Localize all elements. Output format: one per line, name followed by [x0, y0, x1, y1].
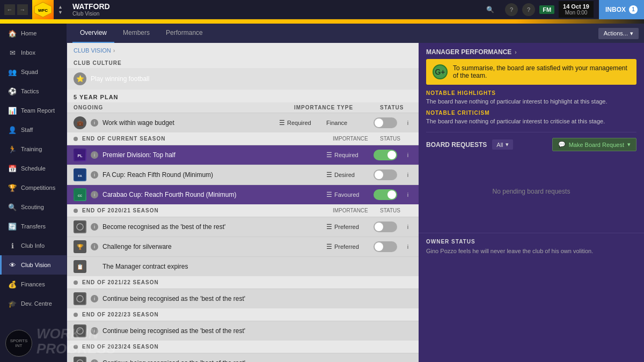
pl-importance: ☰ Required [326, 151, 369, 159]
ongoing-status-toggle[interactable] [374, 117, 397, 128]
global-search[interactable]: 🔍 [481, 6, 500, 13]
toggle-info-icon[interactable]: i [404, 119, 412, 127]
fm-badge: FM [539, 5, 554, 14]
actions-button[interactable]: Actions... ▾ [598, 28, 639, 39]
owner-status-title: OWNER STATUS [426, 239, 636, 245]
silverware-label: Challenge for silverware [103, 243, 322, 250]
pl-toggle-info[interactable]: i [404, 151, 412, 159]
top-bar-right: ? ? FM 14 Oct 19 Mon 0:00 [500, 1, 599, 18]
sidebar-item-dev-centre[interactable]: 🎓 Dev. Centre [0, 294, 67, 313]
fa-row: FA i FA Cup: Reach Fifth Round (Minimum)… [67, 165, 419, 184]
sidebar-label-dev-centre: Dev. Centre [21, 300, 52, 307]
sidebar-item-home[interactable]: 🏠 Home [0, 24, 67, 43]
five-year-plan-label: 5 YEAR PLAN [67, 90, 419, 102]
filter-chevron-icon: ▾ [506, 141, 509, 148]
filter-all-button[interactable]: All ▾ [492, 139, 513, 150]
best-knob-1 [375, 223, 383, 231]
home-icon: 🏠 [8, 29, 17, 38]
2223-info-icon[interactable]: i [91, 327, 98, 335]
pl-info-icon[interactable]: i [91, 151, 98, 159]
club-nav-arrows[interactable]: ▲ ▼ [54, 4, 67, 15]
contract-row: 📋 The Manager contract expires [67, 256, 419, 276]
2223-badge [74, 324, 86, 337]
silverware-row: 🏆 i Challenge for silverware ☰ Preferred… [67, 237, 419, 256]
fa-info-icon[interactable]: i [91, 171, 98, 179]
inbox-count: 1 [629, 5, 638, 14]
breadcrumb-link[interactable]: CLUB VISION [74, 47, 111, 54]
current-season-divider: END OF CURRENT SEASON IMPORTANCE STATUS [67, 132, 419, 145]
silverware-info-icon[interactable]: i [91, 243, 98, 250]
fa-importance: ☰ Desired [326, 171, 369, 179]
best-info-icon-1[interactable]: i [404, 223, 412, 231]
best-importance-1: ☰ Preferred [326, 223, 369, 231]
silverware-toggle[interactable] [374, 241, 397, 252]
sidebar-item-transfers[interactable]: 🔄 Transfers [0, 217, 67, 236]
season-importance-col: IMPORTANCE [333, 136, 376, 142]
date-area: 14 Oct 19 Mon 0:00 [559, 1, 594, 18]
sidebar-item-competitions[interactable]: 🏆 Competitions [0, 178, 67, 197]
season-dot-3 [74, 280, 78, 285]
transfers-icon: 🔄 [8, 222, 17, 231]
sidebar-label-club-info: Club Info [21, 242, 45, 249]
finances-icon: 💰 [8, 280, 17, 289]
ongoing-row: 💼 i Work within wage budget ☰ Required F… [67, 113, 419, 132]
best-toggle-1[interactable] [374, 221, 397, 232]
toggle-knob [375, 119, 383, 127]
svg-text:📋: 📋 [77, 263, 84, 270]
best-badge-1 [74, 220, 86, 233]
svg-rect-14 [75, 293, 85, 304]
2223-season-label: END OF 2022/23 SEASON [82, 312, 412, 317]
sidebar-item-schedule[interactable]: 📅 Schedule [0, 159, 67, 178]
tab-overview[interactable]: Overview [72, 24, 114, 43]
pl-toggle[interactable] [374, 150, 397, 160]
fa-toggle[interactable] [374, 169, 397, 180]
pl-row: PL i Premier Division: Top half ☰ Requir… [67, 145, 419, 165]
forward-button[interactable]: → [17, 4, 28, 15]
cc-toggle-info[interactable]: i [404, 190, 412, 199]
cc-toggle[interactable] [374, 189, 397, 200]
2324-label: Continue being recognised as the 'best o… [103, 359, 412, 362]
highlights-text: The board have nothing of particular int… [426, 98, 636, 105]
ongoing-info-icon[interactable]: i [91, 119, 98, 127]
fa-toggle-info[interactable]: i [404, 171, 412, 179]
sidebar-item-finances[interactable]: 💰 Finances [0, 275, 67, 294]
pl-badge: PL [74, 149, 86, 161]
sidebar-item-squad[interactable]: 👥 Squad [0, 62, 67, 82]
scouting-icon: 🔍 [8, 203, 17, 211]
sidebar-item-team-report[interactable]: 📊 Team Report [0, 101, 67, 120]
manager-performance-header[interactable]: MANAGER PERFORMANCE › [419, 43, 644, 59]
inbox-button[interactable]: INBOX 1 [599, 0, 644, 19]
help-icon-2[interactable]: ? [522, 3, 535, 16]
sidebar-item-tactics[interactable]: ⚽ Tactics [0, 82, 67, 101]
criticism-section: NOTABLE CRITICISM The board have nothing… [419, 110, 644, 132]
yellow-banner [0, 19, 644, 24]
back-button[interactable]: ← [4, 4, 15, 15]
club-info-icon: ℹ [8, 241, 17, 250]
ongoing-row-icon: 💼 [74, 116, 86, 129]
tab-performance[interactable]: Performance [158, 24, 210, 43]
sidebar-item-club-info[interactable]: ℹ Club Info [0, 236, 67, 255]
sidebar-item-staff[interactable]: 👤 Staff [0, 120, 67, 139]
training-icon: 🏃 [8, 145, 17, 153]
sub-nav: Overview Members Performance Actions... … [67, 24, 644, 43]
svg-text:FA: FA [78, 174, 82, 178]
current-season-label: END OF CURRENT SEASON [82, 136, 328, 142]
silverware-toggle-info[interactable]: i [404, 242, 412, 251]
2122-info-icon[interactable]: i [91, 295, 98, 302]
2223-best-row: i Continue being recognised as the 'best… [67, 321, 419, 341]
ongoing-type-label: Finance [326, 120, 369, 126]
make-board-request-button[interactable]: 💬 Make Board Request ▾ [552, 138, 636, 151]
sidebar-item-training[interactable]: 🏃 Training [0, 139, 67, 159]
ongoing-section: ONGOING IMPORTANCE TYPE STATUS 💼 i Work … [67, 102, 419, 132]
sidebar-item-inbox[interactable]: ✉ Inbox [0, 43, 67, 62]
highlights-section: NOTABLE HIGHLIGHTS The board have nothin… [419, 90, 644, 110]
sidebar-item-scouting[interactable]: 🔍 Scouting [0, 197, 67, 217]
2021-season-divider: END OF 2020/21 SEASON IMPORTANCE STATUS [67, 204, 419, 217]
cc-row-label: Carabao Cup: Reach Fourth Round (Minimum… [103, 191, 322, 198]
help-icon-1[interactable]: ? [505, 3, 518, 16]
2324-info-icon[interactable]: i [91, 359, 98, 362]
sidebar-item-club-vision[interactable]: 👁 Club Vision [0, 255, 67, 275]
best-info-1[interactable]: i [91, 223, 98, 231]
cc-info-icon[interactable]: i [91, 191, 98, 198]
tab-members[interactable]: Members [115, 24, 157, 43]
